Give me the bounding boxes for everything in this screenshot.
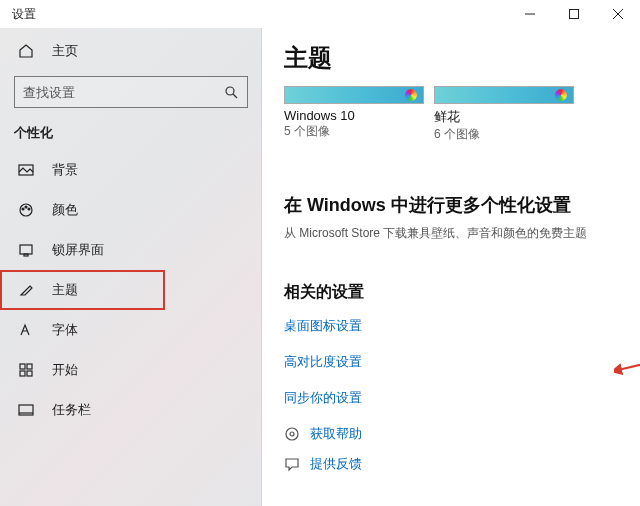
svg-rect-11 xyxy=(20,245,32,254)
help-icon xyxy=(284,426,300,442)
svg-rect-16 xyxy=(27,371,32,376)
theme-card[interactable]: Windows 10 5 个图像 xyxy=(284,86,424,143)
nav-start[interactable]: 开始 xyxy=(0,350,262,390)
image-icon xyxy=(18,162,34,178)
svg-rect-12 xyxy=(24,254,28,256)
feedback-label: 提供反馈 xyxy=(310,455,362,473)
link-high-contrast[interactable]: 高对比度设置 xyxy=(284,353,618,371)
get-help-label: 获取帮助 xyxy=(310,425,362,443)
taskbar-icon xyxy=(18,402,34,418)
svg-point-9 xyxy=(25,206,27,208)
svg-rect-14 xyxy=(27,364,32,369)
settings-window: 设置 主页 个性化 背景 xyxy=(0,0,640,506)
search-box[interactable] xyxy=(14,76,248,108)
maximize-button[interactable] xyxy=(552,0,596,28)
theme-thumbnail xyxy=(284,86,424,104)
search-icon xyxy=(223,84,239,100)
nav-themes[interactable]: 主题 xyxy=(0,270,165,310)
content-area: 主题 Windows 10 5 个图像 鲜花 6 个图像 在 Windows 中… xyxy=(262,28,640,506)
titlebar: 设置 xyxy=(0,0,640,28)
link-sync-settings[interactable]: 同步你的设置 xyxy=(284,389,618,407)
nav-label: 颜色 xyxy=(52,201,78,219)
theme-card[interactable]: 鲜花 6 个图像 xyxy=(434,86,574,143)
nav-background[interactable]: 背景 xyxy=(0,150,262,190)
svg-point-10 xyxy=(28,208,30,210)
nav-label: 字体 xyxy=(52,321,78,339)
nav-fonts[interactable]: 字体 xyxy=(0,310,262,350)
theme-thumbnail xyxy=(434,86,574,104)
svg-point-4 xyxy=(226,87,234,95)
get-help-link[interactable]: 获取帮助 xyxy=(284,425,618,443)
nav-colors[interactable]: 颜色 xyxy=(0,190,262,230)
palette-icon xyxy=(18,202,34,218)
svg-rect-15 xyxy=(20,371,25,376)
feedback-link[interactable]: 提供反馈 xyxy=(284,455,618,473)
theme-name: 鲜花 xyxy=(434,108,574,126)
svg-rect-13 xyxy=(20,364,25,369)
link-desktop-icons[interactable]: 桌面图标设置 xyxy=(284,317,618,335)
color-wheel-icon xyxy=(405,89,417,101)
svg-point-20 xyxy=(290,432,294,436)
feedback-icon xyxy=(284,456,300,472)
svg-point-8 xyxy=(22,208,24,210)
home-nav[interactable]: 主页 xyxy=(0,32,262,70)
related-settings-heading: 相关的设置 xyxy=(284,282,618,303)
search-input[interactable] xyxy=(23,85,223,100)
home-icon xyxy=(18,43,34,59)
nav-list: 背景 颜色 锁屏界面 主题 字体 xyxy=(0,150,262,430)
color-wheel-icon xyxy=(555,89,567,101)
font-icon xyxy=(18,322,34,338)
nav-label: 锁屏界面 xyxy=(52,241,104,259)
minimize-button[interactable] xyxy=(508,0,552,28)
grid-icon xyxy=(18,362,34,378)
sidebar: 主页 个性化 背景 颜色 锁屏界面 xyxy=(0,28,262,506)
svg-rect-1 xyxy=(570,10,579,19)
svg-line-5 xyxy=(233,94,237,98)
nav-label: 任务栏 xyxy=(52,401,91,419)
nav-taskbar[interactable]: 任务栏 xyxy=(0,390,262,430)
themes-row: Windows 10 5 个图像 鲜花 6 个图像 xyxy=(284,86,618,143)
close-button[interactable] xyxy=(596,0,640,28)
nav-label: 背景 xyxy=(52,161,78,179)
brush-icon xyxy=(18,282,34,298)
home-label: 主页 xyxy=(52,42,78,60)
page-title: 主题 xyxy=(284,42,618,74)
more-personalization-sub: 从 Microsoft Store 下载兼具壁纸、声音和颜色的免费主题 xyxy=(284,225,618,242)
theme-subtitle: 6 个图像 xyxy=(434,126,574,143)
svg-line-21 xyxy=(618,350,640,370)
theme-name: Windows 10 xyxy=(284,108,424,123)
window-title: 设置 xyxy=(12,6,36,23)
nav-label: 开始 xyxy=(52,361,78,379)
svg-point-19 xyxy=(286,428,298,440)
category-label: 个性化 xyxy=(0,118,262,150)
lock-icon xyxy=(18,242,34,258)
nav-label: 主题 xyxy=(52,281,78,299)
more-personalization-heading: 在 Windows 中进行更多个性化设置 xyxy=(284,193,618,217)
theme-subtitle: 5 个图像 xyxy=(284,123,424,140)
nav-lockscreen[interactable]: 锁屏界面 xyxy=(0,230,262,270)
